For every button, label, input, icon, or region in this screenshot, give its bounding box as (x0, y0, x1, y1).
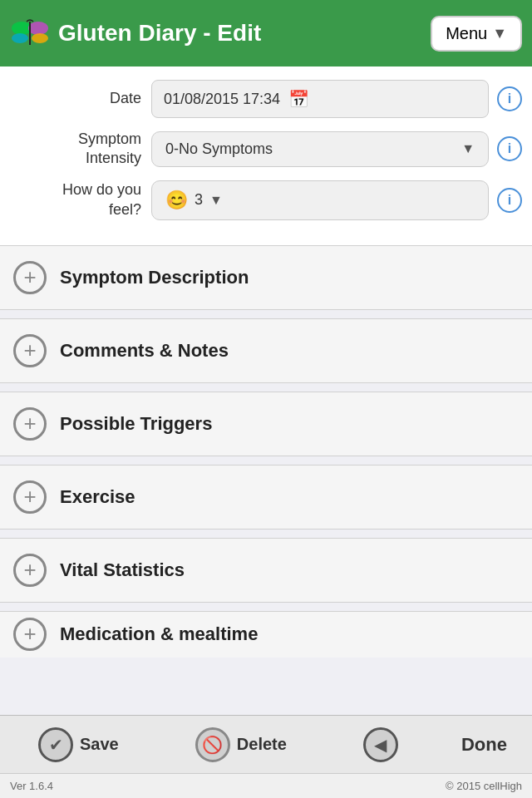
app-title: Gluten Diary - Edit (58, 20, 261, 47)
symptom-info-button[interactable]: i (497, 136, 522, 161)
section-vital-statistics-label: Vital Statistics (60, 559, 185, 581)
back-icon: ◀ (363, 727, 398, 762)
feel-row: How do youfeel? 😊 3 ▼ i (10, 180, 522, 220)
add-exercise-icon: + (13, 480, 47, 514)
section-possible-triggers-label: Possible Triggers (60, 413, 212, 435)
chevron-down-icon: ▼ (461, 141, 475, 156)
date-row: Date 01/08/2015 17:34 📅 i (10, 80, 522, 118)
section-symptom-description-label: Symptom Description (60, 267, 249, 288)
feel-emoji: 😊 (165, 190, 188, 211)
add-comments-notes-icon: + (13, 334, 47, 367)
app-header: Gluten Diary - Edit Menu ▼ (0, 0, 532, 66)
section-medication-partial[interactable]: + Medication & mealtime (0, 611, 532, 658)
calendar-icon: 📅 (288, 89, 309, 109)
menu-label: Menu (446, 24, 487, 43)
feel-number: 3 (195, 191, 203, 209)
chevron-down-icon: ▼ (492, 25, 507, 42)
save-button[interactable]: ✔ Save (25, 721, 132, 769)
add-symptom-description-icon: + (13, 261, 47, 294)
feel-label: How do youfeel? (10, 180, 151, 219)
section-exercise-label: Exercise (60, 486, 135, 508)
section-symptom-description[interactable]: + Symptom Description (0, 245, 532, 310)
section-exercise[interactable]: + Exercise (0, 465, 532, 530)
back-button[interactable]: ◀ (350, 721, 411, 769)
done-button[interactable]: Done (461, 734, 507, 756)
butterfly-icon (10, 13, 50, 53)
feel-info-button[interactable]: i (497, 188, 522, 213)
section-medication-label: Medication & mealtime (60, 623, 258, 645)
date-info-button[interactable]: i (497, 86, 522, 111)
version-bar: Ver 1.6.4 © 2015 cellHigh (0, 773, 532, 798)
section-possible-triggers[interactable]: + Possible Triggers (0, 392, 532, 456)
delete-button[interactable]: 🚫 Delete (182, 721, 300, 769)
svg-point-2 (12, 33, 28, 43)
bottom-bar: ✔ Save 🚫 Delete ◀ Done (0, 715, 532, 773)
date-label: Date (10, 89, 151, 108)
section-comments-notes-label: Comments & Notes (60, 340, 229, 362)
symptom-control-wrapper: 0-No Symptoms ▼ (151, 131, 489, 167)
add-medication-icon: + (13, 618, 47, 651)
header-left: Gluten Diary - Edit (10, 13, 261, 53)
svg-point-1 (28, 22, 48, 35)
symptom-label: SymptomIntensity (10, 130, 151, 169)
save-icon: ✔ (38, 727, 73, 762)
save-label: Save (80, 735, 119, 754)
date-control-wrapper: 01/08/2015 17:34 📅 (151, 80, 489, 118)
date-input[interactable]: 01/08/2015 17:34 📅 (151, 80, 489, 118)
chevron-down-icon: ▼ (209, 193, 223, 208)
feel-control-wrapper: 😊 3 ▼ (151, 180, 489, 220)
symptom-row: SymptomIntensity 0-No Symptoms ▼ i (10, 130, 522, 169)
version-left: Ver 1.6.4 (10, 780, 53, 792)
section-comments-notes[interactable]: + Comments & Notes (0, 318, 532, 383)
version-right: © 2015 cellHigh (446, 780, 522, 792)
svg-point-3 (32, 33, 48, 43)
menu-button[interactable]: Menu ▼ (431, 16, 522, 52)
sections-area: + Symptom Description + Comments & Notes… (0, 245, 532, 658)
form-area: Date 01/08/2015 17:34 📅 i SymptomIntensi… (0, 66, 532, 245)
delete-label: Delete (237, 735, 287, 754)
symptom-dropdown[interactable]: 0-No Symptoms ▼ (151, 131, 489, 167)
date-value: 01/08/2015 17:34 (164, 91, 280, 108)
delete-icon: 🚫 (195, 727, 230, 762)
section-vital-statistics[interactable]: + Vital Statistics (0, 538, 532, 603)
add-possible-triggers-icon: + (13, 407, 47, 441)
add-vital-statistics-icon: + (13, 554, 47, 587)
feel-dropdown[interactable]: 😊 3 ▼ (151, 180, 489, 220)
symptom-value: 0-No Symptoms (165, 140, 273, 158)
